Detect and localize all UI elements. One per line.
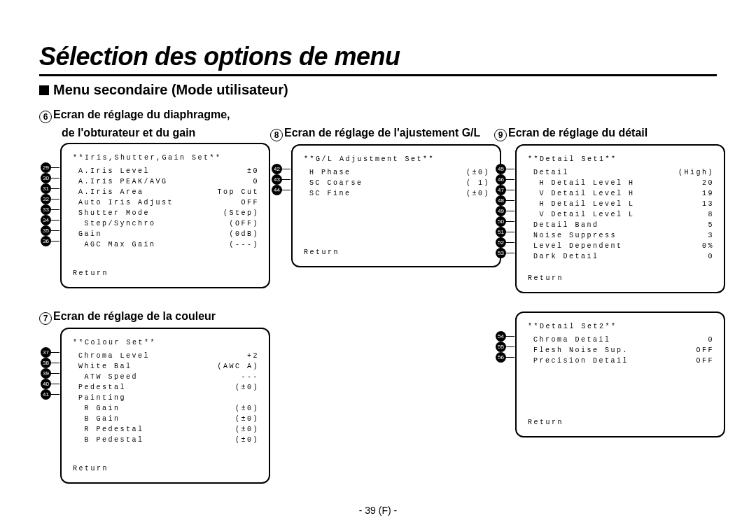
callout-bubble: 47 (496, 185, 506, 195)
callouts-7: 3738394041 (41, 347, 51, 400)
menu-row-label: Detail (533, 167, 569, 178)
menu-row[interactable]: V Detail Level H19 (533, 188, 714, 199)
callout-bubble: 38 (41, 358, 51, 368)
callout-bubble: 49 (496, 206, 506, 216)
menu-row[interactable]: Painting (78, 393, 259, 403)
menu-row[interactable]: B Gain(±0) (78, 414, 259, 424)
osd-head: **Iris,Shutter,Gain Set** (73, 153, 259, 163)
menu-row-value: (Step) (223, 208, 259, 218)
menu-row-value: 5 (708, 220, 714, 230)
callout-bubble: 30 (41, 173, 51, 183)
osd-gl-adjustment: **G/L Adjustment Set** H Phase(±0)SC Coa… (291, 144, 501, 267)
return-label[interactable]: Return (304, 247, 340, 258)
callout-bubble: 41 (41, 389, 51, 400)
menu-row-label: H Phase (309, 167, 351, 178)
menu-row[interactable]: Step/Synchro(OFF) (78, 218, 259, 229)
callout-bubble: 31 (41, 183, 51, 194)
menu-row-label: H Detail Level L (533, 199, 635, 209)
circ-6-icon: 6 (39, 111, 52, 123)
return-label[interactable]: Return (73, 463, 259, 474)
menu-row[interactable]: Level Dependent0% (533, 241, 714, 251)
return-label[interactable]: Return (528, 273, 714, 284)
menu-row[interactable]: H Detail Level L13 (533, 199, 714, 209)
menu-row-label: Gain (78, 229, 102, 239)
menu-row[interactable]: SC Coarse( 1) (309, 178, 490, 188)
menu-row[interactable]: A.Iris PEAK/AVG0 (78, 176, 259, 187)
circ-8-icon: 8 (270, 129, 283, 141)
osd-iris-shutter-gain: **Iris,Shutter,Gain Set** A.Iris Level±0… (60, 143, 270, 288)
menu-row-label: R Pedestal (78, 424, 144, 435)
callout-bubble: 45 (496, 164, 506, 174)
osd-detail-set2: **Detail Set2** Chroma Detail0Flesh Nois… (515, 312, 725, 438)
menu-row-value: 0 (253, 176, 259, 187)
menu-row[interactable]: Gain(0dB) (78, 229, 259, 239)
menu-row[interactable]: R Pedestal(±0) (78, 424, 259, 435)
menu-row[interactable]: A.Iris AreaTop Cut (78, 187, 259, 197)
menu-row[interactable]: Precision DetailOFF (533, 356, 714, 366)
osd-head: **Colour Set** (73, 337, 259, 348)
menu-row-label: A.Iris PEAK/AVG (78, 176, 168, 187)
menu-row-label: B Gain (78, 414, 120, 424)
callout-bubble: 55 (496, 342, 506, 352)
menu-row-value: (---) (229, 239, 259, 250)
menu-row-label: A.Iris Level (78, 166, 150, 176)
menu-row[interactable]: Chroma Detail0 (533, 335, 714, 345)
menu-row-value: 20 (702, 178, 714, 188)
menu-row-value: 13 (702, 199, 714, 209)
menu-row-label: V Detail Level H (533, 188, 635, 199)
callout-bubble: 37 (41, 347, 51, 358)
callout-bubble: 44 (272, 185, 282, 195)
callout-bubble: 36 (41, 236, 51, 246)
menu-row-value: (±0) (235, 435, 259, 445)
menu-row-label: Auto Iris Adjust (78, 197, 174, 208)
osd-detail-set1: **Detail Set1** Detail(High) H Detail Le… (515, 144, 725, 293)
callout-bubble: 48 (496, 195, 506, 206)
menu-row[interactable]: Flesh Noise Sup.OFF (533, 345, 714, 356)
callout-bubble: 34 (41, 215, 51, 225)
menu-row-value: --- (241, 372, 259, 382)
menu-row[interactable]: B Pedestal(±0) (78, 435, 259, 445)
menu-row-value: (±0) (235, 424, 259, 435)
menu-row[interactable]: A.Iris Level±0 (78, 166, 259, 176)
block6-title-b: de l'obturateur et du gain (62, 126, 270, 140)
menu-row[interactable]: SC Fine(±0) (309, 188, 490, 199)
menu-row[interactable]: Shutter Mode(Step) (78, 208, 259, 218)
menu-row[interactable]: Noise Suppress3 (533, 230, 714, 241)
menu-row[interactable]: H Detail Level H20 (533, 178, 714, 188)
menu-row[interactable]: H Phase(±0) (309, 167, 490, 178)
menu-row[interactable]: Dark Detail0 (533, 251, 714, 262)
menu-row-label: H Detail Level H (533, 178, 635, 188)
osd-colour-set: **Colour Set** Chroma Level+2White Bal(A… (60, 328, 270, 484)
menu-row-value: (0dB) (229, 229, 259, 239)
menu-row-label: Precision Detail (533, 356, 629, 366)
block8-title: 8Ecran de réglage de l'ajustement G/L (270, 126, 494, 141)
menu-row[interactable]: ATW Speed--- (78, 372, 259, 382)
callout-bubble: 43 (272, 174, 282, 185)
menu-row-label: Pedestal (78, 382, 126, 393)
callout-bubble: 52 (496, 237, 506, 248)
callout-bubble: 56 (496, 352, 506, 363)
menu-row[interactable]: AGC Max Gain(---) (78, 239, 259, 250)
menu-row[interactable]: Pedestal(±0) (78, 382, 259, 393)
menu-row-label: V Detail Level L (533, 209, 635, 220)
return-label[interactable]: Return (528, 417, 564, 428)
menu-row[interactable]: Auto Iris AdjustOFF (78, 197, 259, 208)
osd-head: **G/L Adjustment Set** (304, 154, 490, 164)
menu-row[interactable]: V Detail Level L8 (533, 209, 714, 220)
menu-row[interactable]: R Gain(±0) (78, 403, 259, 414)
callout-bubble: 33 (41, 204, 51, 215)
menu-row-value: (AWC A) (217, 361, 259, 372)
menu-row-label: R Gain (78, 403, 120, 414)
menu-row-label: SC Fine (309, 188, 351, 199)
menu-row[interactable]: Detail Band5 (533, 220, 714, 230)
section-title-label: Menu secondaire (Mode utilisateur) (53, 82, 288, 98)
menu-row-value: 0% (702, 241, 714, 251)
callout-bubble: 53 (496, 248, 506, 258)
menu-row[interactable]: Chroma Level+2 (78, 351, 259, 361)
menu-row[interactable]: Detail(High) (533, 167, 714, 178)
page-title: Sélection des options de menu (39, 42, 717, 76)
menu-row[interactable]: White Bal(AWC A) (78, 361, 259, 372)
callout-bubble: 51 (496, 227, 506, 237)
return-label[interactable]: Return (73, 268, 259, 279)
menu-row-label: ATW Speed (78, 372, 138, 382)
